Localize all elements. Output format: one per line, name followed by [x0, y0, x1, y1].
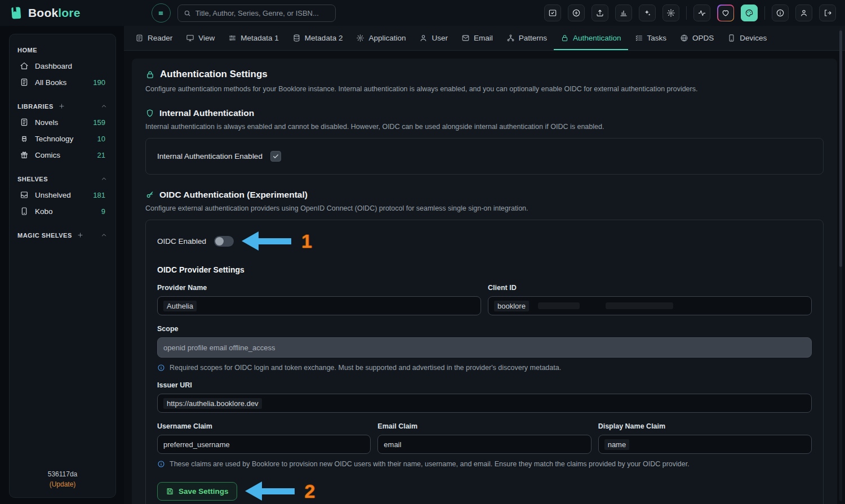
topbar-divider: [764, 6, 765, 20]
internal-auth-enabled-checkbox[interactable]: [270, 151, 281, 162]
internal-auth-subtitle: Internal authentication is always enable…: [145, 123, 824, 131]
email-claim-label: Email Claim: [377, 422, 591, 430]
internal-auth-enabled-label: Internal Authentication Enabled: [157, 152, 263, 160]
oidc-auth-title: OIDC Authentication (Experimental): [159, 190, 308, 200]
booklore-logo-icon: [8, 5, 24, 21]
tasks-icon: [635, 34, 643, 42]
item-count: 9: [101, 207, 105, 216]
shield-icon: [145, 109, 154, 118]
tab-patterns[interactable]: Patterns: [500, 26, 554, 50]
user-icon: [419, 34, 428, 42]
sidebar-item-kobo[interactable]: Kobo9: [16, 203, 109, 219]
tab-label: Patterns: [519, 34, 547, 42]
username-claim-input[interactable]: preferred_username: [157, 435, 371, 454]
display-name-claim-input[interactable]: name: [598, 435, 812, 454]
sidebar-section-libraries: LIBRARIES: [16, 101, 109, 111]
heart-icon: [721, 8, 730, 17]
sidebar-item-comics[interactable]: Comics21: [16, 147, 109, 163]
tab-label: Application: [368, 34, 406, 42]
search-input[interactable]: [195, 9, 330, 17]
inbox-check-icon: [548, 8, 557, 17]
tab-application[interactable]: Application: [349, 26, 412, 50]
tab-label: Metadata 2: [305, 34, 343, 42]
account-button[interactable]: [795, 5, 812, 21]
chevron-up-icon[interactable]: [100, 102, 108, 110]
scope-label: Scope: [157, 325, 812, 333]
scrollbar-thumb[interactable]: [839, 30, 842, 267]
tab-label: Tasks: [647, 34, 667, 42]
home-icon: [20, 61, 29, 70]
sliders-icon: [228, 34, 237, 42]
save-settings-button[interactable]: Save Settings: [157, 482, 237, 501]
tab-metadata-2[interactable]: Metadata 2: [286, 26, 350, 50]
plus-circle-button[interactable]: [568, 5, 585, 21]
item-count: 159: [93, 118, 105, 127]
tab-user[interactable]: User: [412, 26, 455, 50]
content-area: Authentication Settings Configure authen…: [124, 51, 845, 504]
tab-metadata-1[interactable]: Metadata 1: [221, 26, 286, 50]
account-icon: [799, 8, 808, 17]
item-count: 21: [97, 151, 105, 159]
update-link[interactable]: (Update): [16, 479, 109, 489]
logout-icon: [823, 8, 832, 17]
tablet-icon: [20, 207, 29, 216]
redacted-text: [606, 302, 673, 309]
chevron-up-icon[interactable]: [100, 175, 108, 182]
upload-icon: [595, 8, 604, 17]
hamburger-menu-button[interactable]: [152, 3, 171, 23]
add-libraries-button[interactable]: [58, 102, 65, 110]
tab-devices[interactable]: Devices: [721, 26, 773, 50]
gear-icon: [666, 8, 675, 17]
chevron-up-icon[interactable]: [100, 231, 108, 239]
item-label: Unshelved: [35, 191, 71, 199]
tab-email[interactable]: Email: [455, 26, 500, 50]
item-label: Novels: [35, 118, 58, 127]
app-logo: Booklore: [9, 6, 81, 20]
section-label: HOME: [17, 47, 37, 53]
palette-button[interactable]: [741, 5, 758, 21]
sparkles-icon: [643, 8, 652, 17]
sidebar-item-dashboard[interactable]: Dashboard: [16, 58, 109, 74]
sidebar-item-novels[interactable]: Novels159: [16, 114, 109, 130]
tab-view[interactable]: View: [179, 26, 221, 50]
oidc-auth-subtitle: Configure external authentication provid…: [145, 204, 824, 212]
add-magic-shelves-button[interactable]: [77, 231, 84, 239]
display-name-claim-field: Display Name Claim name: [598, 422, 812, 454]
main-area: ReaderViewMetadata 1Metadata 2Applicatio…: [124, 26, 845, 504]
tab-opds[interactable]: OPDS: [673, 26, 721, 50]
activity-button[interactable]: [693, 5, 710, 21]
username-claim-field: Username Claim preferred_username: [157, 422, 371, 454]
sparkles-button[interactable]: [639, 5, 656, 21]
sidebar-item-all-books[interactable]: All Books190: [16, 74, 109, 90]
tab-tasks[interactable]: Tasks: [628, 26, 674, 50]
client-id-input[interactable]: booklore: [488, 296, 812, 315]
tab-reader[interactable]: Reader: [128, 26, 179, 50]
info-button[interactable]: [772, 5, 789, 21]
bar-chart-button[interactable]: [615, 5, 632, 21]
username-claim-label: Username Claim: [157, 422, 371, 430]
item-label: Comics: [35, 151, 60, 159]
heart-button[interactable]: [717, 5, 734, 21]
logout-button[interactable]: [819, 5, 836, 21]
settings-tabbar: ReaderViewMetadata 1Metadata 2Applicatio…: [124, 26, 845, 51]
key-icon: [145, 190, 154, 199]
gear-button[interactable]: [662, 5, 679, 21]
sidebar-item-unshelved[interactable]: Unshelved181: [16, 187, 109, 203]
email-claim-input[interactable]: email: [377, 435, 591, 454]
version-hash: 536117da: [16, 469, 109, 479]
tab-authentication[interactable]: Authentication: [554, 26, 628, 50]
tab-label: User: [432, 34, 448, 42]
sidebar: HOMEDashboardAll Books190LIBRARIESNovels…: [9, 34, 116, 498]
inbox-check-button[interactable]: [544, 5, 561, 21]
oidc-enabled-label: OIDC Enabled: [157, 237, 206, 246]
tab-label: View: [198, 34, 215, 42]
sidebar-item-technology[interactable]: Technology10: [16, 131, 109, 146]
global-search: [177, 5, 336, 22]
tab-label: Metadata 1: [241, 34, 279, 42]
issuer-uri-input[interactable]: https://authelia.booklore.dev: [157, 394, 812, 413]
upload-button[interactable]: [592, 5, 608, 21]
oidc-enabled-toggle[interactable]: [214, 236, 234, 247]
database-icon: [292, 34, 301, 42]
provider-name-input[interactable]: Authelia: [157, 296, 481, 315]
sidebar-section-magic-shelves: MAGIC SHELVES: [16, 230, 109, 240]
